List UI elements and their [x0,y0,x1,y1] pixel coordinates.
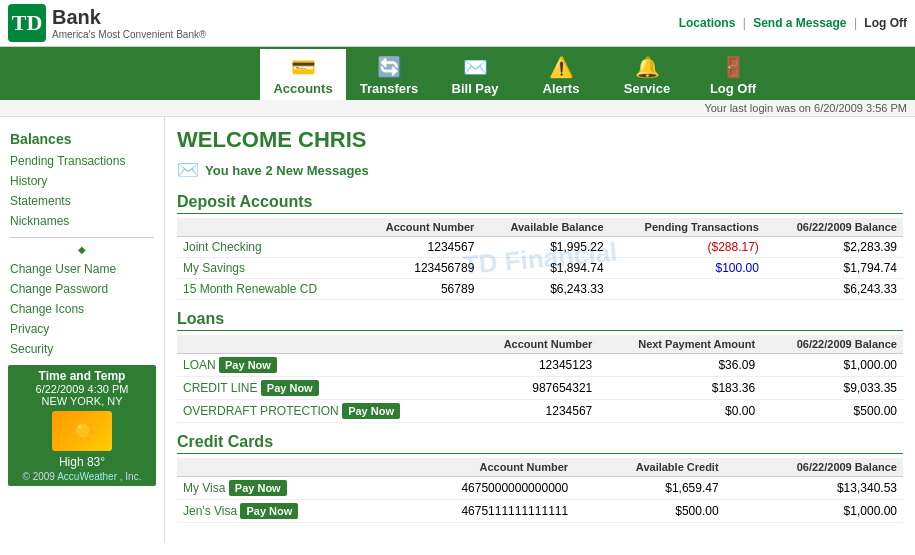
messages-link[interactable]: You have 2 New Messages [205,163,369,178]
deposit-col-avail: Available Balance [480,218,609,237]
widget-title: Time and Temp [14,369,150,383]
logoff-icon: 🚪 [721,55,746,79]
loan-number: 1234567 [471,400,598,423]
loan-col-name [177,335,471,354]
table-row: LOAN Pay Now 12345123 $36.09 $1,000.00 [177,354,903,377]
cc-credit: $500.00 [574,500,724,523]
last-login-text: Your last login was on 6/20/2009 3:56 PM [704,102,907,114]
pending-link[interactable]: $100.00 [715,261,758,275]
table-row: 15 Month Renewable CD 56789 $6,243.33 $6… [177,279,903,300]
account-number: 56789 [357,279,481,300]
credit-cards-table: Account Number Available Credit 06/22/20… [177,458,903,523]
bank-text: Bank America's Most Convenient Bank® [52,6,206,40]
sidebar-item-nicknames[interactable]: Nicknames [0,211,164,231]
top-bar: TD Bank America's Most Convenient Bank® … [0,0,915,47]
account-name: My Savings [177,258,357,279]
envelope-icon: ✉️ [177,159,199,181]
sidebar-item-privacy[interactable]: Privacy [0,319,164,339]
sidebar-item-change-icons[interactable]: Change Icons [0,299,164,319]
status-bar: Your last login was on 6/20/2009 3:56 PM [0,100,915,117]
sidebar-item-security[interactable]: Security [0,339,164,359]
alerts-icon: ⚠️ [549,55,574,79]
loan-col-amount: Next Payment Amount [598,335,761,354]
pay-now-button[interactable]: Pay Now [240,503,298,519]
pay-now-button[interactable]: Pay Now [219,357,277,373]
table-row: OVERDRAFT PROTECTION Pay Now 1234567 $0.… [177,400,903,423]
sidebar-item-change-user[interactable]: Change User Name [0,259,164,279]
locations-link[interactable]: Locations [679,16,736,30]
bank-name: Bank [52,6,206,29]
loan-col-balance: 06/22/2009 Balance [761,335,903,354]
sidebar-diamond: ◆ [0,244,164,255]
table-row: CREDIT LINE Pay Now 987654321 $183.36 $9… [177,377,903,400]
deposit-col-pending: Pending Transactions [610,218,765,237]
available-balance: $1,995.22 [480,237,609,258]
pay-now-button[interactable]: Pay Now [229,480,287,496]
sidebar-item-change-password[interactable]: Change Password [0,279,164,299]
table-row: Joint Checking 1234567 $1,995.22 ($288.1… [177,237,903,258]
sidebar-divider1 [10,237,154,238]
weather-image: ☀️ [52,411,112,451]
main-layout: Balances Pending Transactions History St… [0,117,915,543]
top-links: Locations | Send a Message | Log Off [679,16,907,30]
transfers-icon: 🔄 [377,55,402,79]
cc-link[interactable]: My Visa [183,481,225,495]
sidebar-item-statements[interactable]: Statements [0,191,164,211]
loan-number: 12345123 [471,354,598,377]
send-message-link[interactable]: Send a Message [753,16,846,30]
messages-line: ✉️ You have 2 New Messages [177,159,903,181]
account-link[interactable]: My Savings [183,261,245,275]
pay-now-button[interactable]: Pay Now [342,403,400,419]
loan-link[interactable]: OVERDRAFT PROTECTION [183,404,339,418]
loan-balance: $500.00 [761,400,903,423]
cc-link[interactable]: Jen's Visa [183,504,237,518]
table-row: My Visa Pay Now 4675000000000000 $1,659.… [177,477,903,500]
pending-transactions: $100.00 [610,258,765,279]
balances-title: Balances [0,125,164,151]
accuweather-link[interactable]: AccuWeather [57,471,117,482]
logo-area: TD Bank America's Most Convenient Bank® [8,4,206,42]
widget-date: 6/22/2009 4:30 PM [14,383,150,395]
loan-link[interactable]: CREDIT LINE [183,381,257,395]
cc-name: Jen's Visa Pay Now [177,500,386,523]
account-number: 123456789 [357,258,481,279]
table-row: My Savings 123456789 $1,894.74 $100.00 $… [177,258,903,279]
separator1: | [743,16,746,30]
pending-transactions: ($288.17) [610,237,765,258]
log-off-link-top[interactable]: Log Off [864,16,907,30]
widget-location: NEW YORK, NY [14,395,150,407]
pending-transactions [610,279,765,300]
td-letter: TD [12,10,43,36]
tab-alerts[interactable]: ⚠️ Alerts [518,49,604,100]
cc-credit: $1,659.47 [574,477,724,500]
content-area: WELCOME CHRIS ✉️ You have 2 New Messages… [165,117,915,543]
loan-amount: $183.36 [598,377,761,400]
sidebar-item-history[interactable]: History [0,171,164,191]
tab-logoff[interactable]: 🚪 Log Off [690,49,776,100]
cc-col-acct: Account Number [386,458,575,477]
account-number: 1234567 [357,237,481,258]
deposit-accounts-table: Account Number Available Balance Pending… [177,218,903,300]
cc-balance: $1,000.00 [725,500,903,523]
table-row: Jen's Visa Pay Now 4675111111111111 $500… [177,500,903,523]
cc-number: 4675000000000000 [386,477,575,500]
pending-link[interactable]: ($288.17) [708,240,759,254]
account-link[interactable]: Joint Checking [183,240,262,254]
loan-link[interactable]: LOAN [183,358,216,372]
loan-balance: $1,000.00 [761,354,903,377]
tab-transfers[interactable]: 🔄 Transfers [346,49,432,100]
tab-billpay[interactable]: ✉️ Bill Pay [432,49,518,100]
widget-copyright: © 2009 AccuWeather , Inc. [14,471,150,482]
loans-table: Account Number Next Payment Amount 06/22… [177,335,903,423]
cc-balance: $13,340.53 [725,477,903,500]
tab-accounts[interactable]: 💳 Accounts [260,47,346,100]
loan-balance: $9,033.35 [761,377,903,400]
tab-service[interactable]: 🔔 Service [604,49,690,100]
loan-amount: $0.00 [598,400,761,423]
bank-tagline: America's Most Convenient Bank® [52,29,206,40]
pay-now-button[interactable]: Pay Now [261,380,319,396]
loan-name: CREDIT LINE Pay Now [177,377,471,400]
account-link[interactable]: 15 Month Renewable CD [183,282,317,296]
sidebar-item-pending[interactable]: Pending Transactions [0,151,164,171]
cc-col-name [177,458,386,477]
